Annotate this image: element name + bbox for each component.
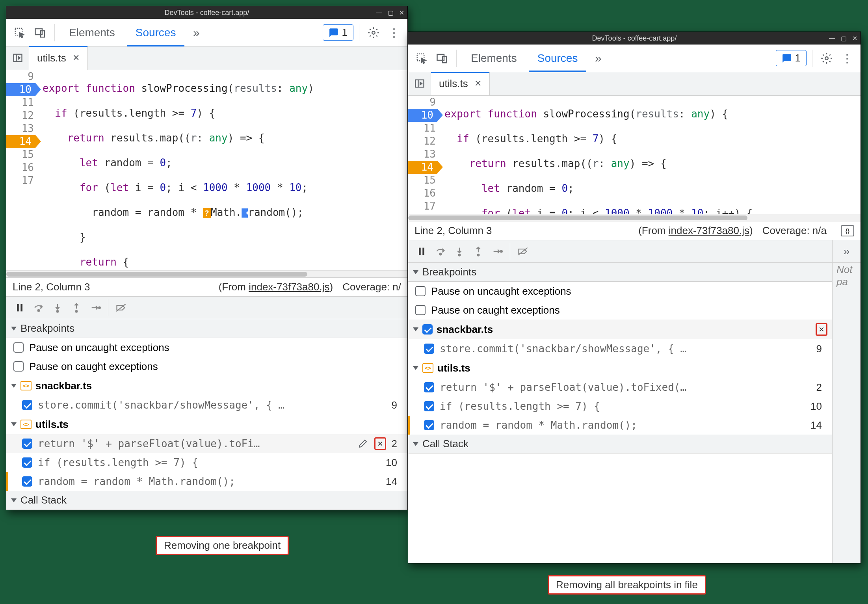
close-button[interactable]: ✕: [399, 9, 404, 17]
gear-icon[interactable]: [818, 50, 835, 67]
gutter-line[interactable]: 15: [6, 148, 39, 161]
gutter-line-bp-cond[interactable]: ?14: [6, 135, 39, 148]
bp-row[interactable]: store.commit('snackbar/showMessage', { ……: [6, 396, 407, 414]
checkbox[interactable]: [415, 305, 426, 315]
checkbox[interactable]: [424, 382, 434, 392]
edit-icon[interactable]: [357, 439, 369, 448]
panel-toggle-icon[interactable]: [6, 46, 29, 70]
minimize-button[interactable]: —: [376, 9, 382, 17]
device-icon[interactable]: [433, 50, 451, 67]
horizontal-scrollbar[interactable]: [408, 214, 861, 221]
close-button[interactable]: ✕: [852, 35, 857, 42]
gutter-line[interactable]: 16: [6, 161, 39, 174]
bp-file-header-snackbar-hovered[interactable]: snackbar.ts: [408, 320, 832, 339]
inline-bp-icon[interactable]: ?: [203, 208, 211, 218]
checkbox[interactable]: [22, 476, 32, 487]
pause-icon[interactable]: [413, 243, 430, 260]
inline-bp-column-icon[interactable]: [242, 208, 248, 218]
step-out-icon[interactable]: [68, 299, 85, 316]
file-tab-utils[interactable]: utils.ts ✕: [431, 72, 490, 95]
gutter-line[interactable]: 15: [408, 174, 441, 187]
tab-elements[interactable]: Elements: [60, 19, 124, 46]
step-icon[interactable]: [87, 299, 104, 316]
bp-row-conditional[interactable]: random = random * Math.random(); 14: [6, 472, 407, 491]
breakpoint-marker[interactable]: 10: [408, 109, 437, 122]
close-tab-icon[interactable]: ✕: [72, 53, 80, 63]
more-tabs-icon[interactable]: »: [589, 50, 607, 67]
breakpoint-marker[interactable]: 10: [6, 83, 35, 96]
checkbox[interactable]: [22, 457, 32, 468]
source-map-link[interactable]: index-73f73a80.js: [669, 225, 749, 236]
kebab-icon[interactable]: ⋮: [385, 24, 403, 41]
gutter-line[interactable]: 9: [408, 96, 441, 109]
tab-sources[interactable]: Sources: [529, 45, 587, 72]
step-out-icon[interactable]: [470, 243, 487, 260]
bp-file-header-snackbar[interactable]: <> snackbar.ts: [6, 376, 407, 396]
file-tab-utils[interactable]: utils.ts ✕: [29, 46, 88, 70]
gutter-line[interactable]: 11: [408, 122, 441, 135]
tab-sources[interactable]: Sources: [127, 19, 185, 46]
gutter[interactable]: 9 10 11 12 13 ?14 15 16 17: [408, 96, 441, 214]
checkbox[interactable]: [22, 439, 32, 449]
maximize-button[interactable]: ▢: [841, 35, 847, 42]
checkbox[interactable]: [13, 361, 24, 372]
close-tab-icon[interactable]: ✕: [474, 78, 481, 89]
bp-row[interactable]: store.commit('snackbar/showMessage', { ……: [408, 339, 832, 358]
remove-breakpoint-button[interactable]: [374, 437, 386, 450]
bp-row[interactable]: if (results.length >= 7) { 10: [408, 397, 832, 416]
pause-caught-row[interactable]: Pause on caught exceptions: [408, 301, 832, 320]
checkbox[interactable]: [415, 286, 426, 296]
pause-uncaught-row[interactable]: Pause on uncaught exceptions: [408, 282, 832, 301]
gutter-line[interactable]: 13: [408, 148, 441, 161]
bp-row[interactable]: return '$' + parseFloat(value).toFixed(……: [408, 378, 832, 397]
step-into-icon[interactable]: [451, 243, 468, 260]
bp-file-header-utils[interactable]: <> utils.ts: [6, 414, 407, 434]
checkbox[interactable]: [424, 344, 434, 354]
step-over-icon[interactable]: [432, 243, 449, 260]
maximize-button[interactable]: ▢: [388, 9, 394, 17]
gutter-line[interactable]: 16: [408, 187, 441, 200]
breakpoints-section-header[interactable]: Breakpoints: [408, 263, 832, 282]
device-icon[interactable]: [32, 24, 49, 41]
checkbox[interactable]: [422, 324, 433, 335]
remove-all-file-breakpoints-button[interactable]: [816, 323, 827, 336]
checkbox[interactable]: [13, 342, 24, 353]
step-over-icon[interactable]: [30, 299, 47, 316]
breakpoint-marker-cond[interactable]: 14: [408, 161, 437, 174]
inspect-icon[interactable]: [11, 24, 28, 41]
gutter-line[interactable]: 12: [6, 109, 39, 122]
callstack-section-header[interactable]: Call Stack: [408, 435, 832, 453]
kebab-icon[interactable]: ⋮: [838, 50, 856, 67]
bp-file-header-utils[interactable]: <> utils.ts: [408, 358, 832, 378]
pause-caught-row[interactable]: Pause on caught exceptions: [6, 357, 407, 376]
gutter-line[interactable]: 11: [6, 96, 39, 109]
horizontal-scrollbar[interactable]: [6, 270, 407, 277]
pretty-print-icon[interactable]: {}: [841, 225, 854, 236]
issues-badge[interactable]: 1: [323, 24, 353, 41]
issues-badge[interactable]: 1: [776, 50, 807, 66]
breakpoints-section-header[interactable]: Breakpoints: [6, 319, 407, 338]
gutter-line[interactable]: 9: [6, 70, 39, 83]
more-panels-icon[interactable]: »: [833, 240, 861, 263]
deactivate-breakpoints-icon[interactable]: [514, 243, 532, 260]
bp-row-hovered[interactable]: return '$' + parseFloat(value).toFi… 2: [6, 434, 407, 453]
source-map-link[interactable]: index-73f73a80.js: [249, 281, 329, 293]
gutter-line[interactable]: 13: [6, 122, 39, 135]
pause-uncaught-row[interactable]: Pause on uncaught exceptions: [6, 338, 407, 357]
pause-icon[interactable]: [11, 299, 28, 316]
deactivate-breakpoints-icon[interactable]: [112, 299, 130, 316]
gutter-line-bp[interactable]: 10: [408, 109, 441, 122]
checkbox[interactable]: [424, 401, 434, 411]
panel-toggle-icon[interactable]: [408, 72, 431, 95]
checkbox[interactable]: [424, 420, 434, 430]
bp-row[interactable]: if (results.length >= 7) { 10: [6, 453, 407, 472]
checkbox[interactable]: [22, 400, 32, 410]
bp-row-conditional[interactable]: random = random * Math.random(); 14: [408, 416, 832, 435]
gutter-line[interactable]: 17: [408, 200, 441, 213]
code-content[interactable]: export function slowProcessing(results: …: [441, 96, 861, 214]
breakpoint-marker-cond[interactable]: 14: [6, 135, 35, 148]
tab-elements[interactable]: Elements: [462, 45, 526, 72]
step-into-icon[interactable]: [49, 299, 66, 316]
inspect-icon[interactable]: [413, 50, 430, 67]
callstack-section-header[interactable]: Call Stack: [6, 491, 407, 510]
